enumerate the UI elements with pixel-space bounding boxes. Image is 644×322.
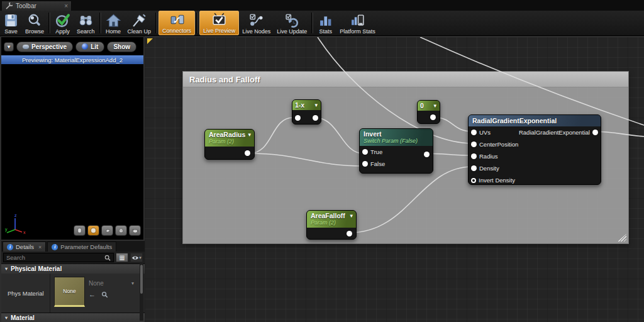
output-pin-label: RadialGradientExponential [519,129,590,136]
tab-toolbar[interactable]: Toolbar × [1,1,72,11]
section-physical-material[interactable]: ▾ Physical Material [1,264,145,274]
magnifier-icon [104,255,111,261]
phys-material-thumbnail[interactable]: None [54,277,85,307]
node-constant-zero[interactable]: 0 ▾ [417,100,440,124]
physical-material-label: Physical Material [11,265,62,272]
input-pin[interactable] [295,115,301,121]
tab-details[interactable]: i Details × [3,242,46,252]
viewport-toolbar: ▾ Perspective Lit Show [1,38,143,55]
chevron-down-icon: ▾ [433,103,436,109]
pin-label-false: False [370,160,385,167]
material-label: Material [11,314,35,321]
input-pin-density[interactable] [471,165,477,171]
browse-button[interactable]: Browse [22,11,47,35]
input-pin-false[interactable] [362,161,368,167]
toolbar-separator [155,13,157,33]
viewport-options-button[interactable]: ▾ [4,42,14,52]
node-areafalloff[interactable]: AreaFalloff Param (2) ▾ [306,210,357,240]
grid-icon: ▦ [119,254,125,261]
pin-label-radius: Radius [479,153,498,160]
save-icon [3,12,19,28]
node-one-minus-x[interactable]: 1-x ▾ [292,99,321,125]
cylinder-shape-button[interactable] [74,225,86,236]
clean-up-button[interactable]: Clean Up [125,11,155,35]
tab-details-label: Details [16,243,34,250]
preview-viewport[interactable]: ▾ Perspective Lit Show Previewing: Mater… [0,36,145,241]
phys-material-label: Phys Material [1,274,50,313]
axis-x-label: x [23,230,26,235]
live-preview-button[interactable]: Live Preview [199,11,239,35]
node-arearadius[interactable]: AreaRadius Param (2) ▾ [204,129,255,160]
show-button[interactable]: Show [107,42,136,52]
material-graph-canvas[interactable]: Radius and Falloff AreaRadius Param (2) … [145,36,644,322]
phys-material-dropdown[interactable]: None ▾ [89,280,134,287]
cube-shape-button[interactable] [115,225,127,236]
stats-button[interactable]: Stats [314,11,336,35]
tab-parameter-defaults-label: Parameter Defaults [60,243,112,250]
teapot-shape-button[interactable] [129,225,141,236]
connectors-button[interactable]: Connectors [158,11,195,35]
node-radialgradientexponential[interactable]: RadialGradientExponential UVs RadialGrad… [468,114,601,185]
live-preview-label: Live Preview [203,28,235,34]
stats-label: Stats [319,28,332,35]
perspective-label: Perspective [31,43,67,50]
section-material[interactable]: ▾ Material [1,313,145,322]
save-button[interactable]: Save [0,11,22,35]
input-pin-centerposition[interactable] [471,142,477,147]
phys-material-row: Phys Material None None ▾ ← [1,274,141,313]
property-matrix-button[interactable]: ▦ [116,253,128,262]
previewing-banner: Previewing: MaterialExpressionAdd_2 [1,55,143,64]
tab-details-close-icon[interactable]: × [38,244,42,250]
apply-button[interactable]: Apply [52,11,74,35]
perspective-button[interactable]: Perspective [16,42,73,52]
info-icon: i [7,244,13,250]
lit-sphere-icon [82,43,88,50]
use-selected-icon[interactable]: ← [89,291,96,298]
browse-to-asset-icon[interactable] [101,291,108,298]
active-panel-corner-flag [147,38,153,44]
pin-label-centerposition: CenterPosition [479,141,518,148]
details-scrollbar[interactable] [140,264,143,321]
input-pin-uvs[interactable] [471,130,477,135]
input-pin-invert-density[interactable] [471,178,476,183]
chevron-down-icon: ▾ [131,280,134,286]
output-pin[interactable] [424,152,430,157]
sphere-shape-button[interactable] [87,225,99,236]
search-placeholder: Search [6,254,104,261]
output-pin[interactable] [592,130,598,135]
plane-shape-button[interactable] [101,225,113,236]
toolbar-separator [196,13,198,33]
tab-parameter-defaults[interactable]: i Parameter Defaults [47,242,116,252]
tab-toolbar-label: Toolbar [16,3,36,9]
output-pin[interactable] [430,114,436,120]
chevron-down-icon: ▾ [8,44,10,50]
input-pin-radius[interactable] [471,153,477,159]
live-nodes-button[interactable]: Live Nodes [239,11,274,35]
save-label: Save [4,28,18,35]
chevron-down-icon: ▾ [248,131,251,138]
live-update-button[interactable]: Live Update [274,11,310,35]
node-invert[interactable]: Invert Switch Param (False) True False [359,128,433,174]
stats-icon [318,12,333,28]
node-subtitle: Param (2) [209,138,250,145]
output-pin[interactable] [245,150,250,156]
search-button[interactable]: Search [74,11,98,35]
search-label: Search [77,28,95,35]
pin-label-invert-density: Invert Density [479,177,515,184]
view-options-button[interactable]: ▾ [130,253,143,262]
output-pin[interactable] [313,115,318,121]
lit-button[interactable]: Lit [75,42,104,52]
search-input[interactable]: Search [3,253,114,262]
tab-close-icon[interactable]: × [64,3,68,9]
comment-header[interactable]: Radius and Falloff [183,72,628,87]
input-pin-true[interactable] [362,149,368,155]
node-title: RadialGradientExponential [472,117,597,125]
output-pin[interactable] [347,231,352,236]
live-nodes-icon [248,12,264,28]
platform-stats-button[interactable]: Platform Stats [336,11,379,35]
details-panel: i Details × i Parameter Defaults Search … [0,241,145,322]
home-button[interactable]: Home [103,11,125,35]
axis-z-label: z [14,213,17,218]
eye-icon [131,255,139,260]
comment-resize-handle[interactable] [618,234,626,242]
